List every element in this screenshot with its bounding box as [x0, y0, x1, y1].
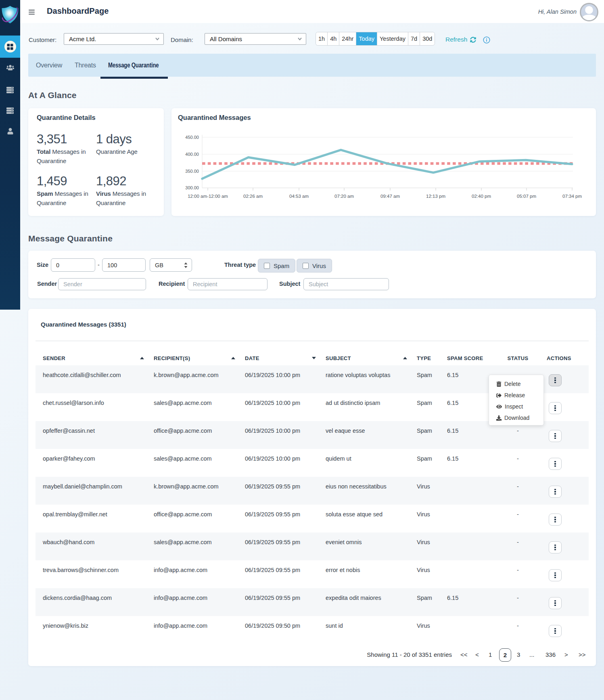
- svg-text:400.00: 400.00: [185, 152, 199, 157]
- svg-text:04:53 am: 04:53 am: [289, 194, 309, 199]
- svg-text:07:34 pm: 07:34 pm: [562, 194, 582, 199]
- svg-text:300.00: 300.00: [185, 185, 199, 190]
- svg-text:12:13 pm: 12:13 pm: [426, 194, 445, 199]
- svg-text:07:20 am: 07:20 am: [334, 194, 354, 199]
- svg-text:02:40 pm: 02:40 pm: [472, 194, 491, 199]
- svg-text:02:26 am: 02:26 am: [243, 194, 263, 199]
- svg-text:12:00 am-12:00 am: 12:00 am-12:00 am: [188, 194, 228, 199]
- svg-text:05:07 pm: 05:07 pm: [517, 194, 536, 199]
- svg-text:350.00: 350.00: [185, 169, 199, 174]
- svg-text:450.00: 450.00: [185, 135, 199, 140]
- svg-text:09:47 am: 09:47 am: [380, 194, 400, 199]
